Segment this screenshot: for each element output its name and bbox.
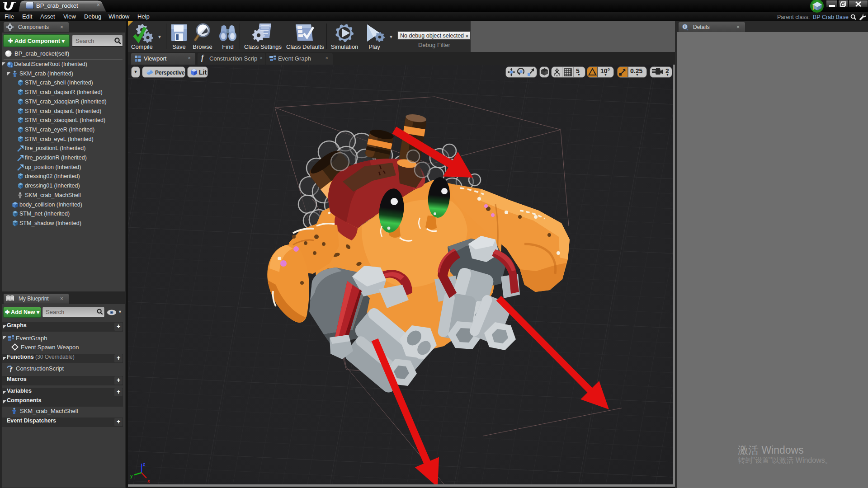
svg-text:x: x xyxy=(147,479,150,483)
svg-text:y: y xyxy=(130,474,133,479)
svg-text:f: f xyxy=(10,366,13,372)
svg-text:z: z xyxy=(143,462,145,467)
